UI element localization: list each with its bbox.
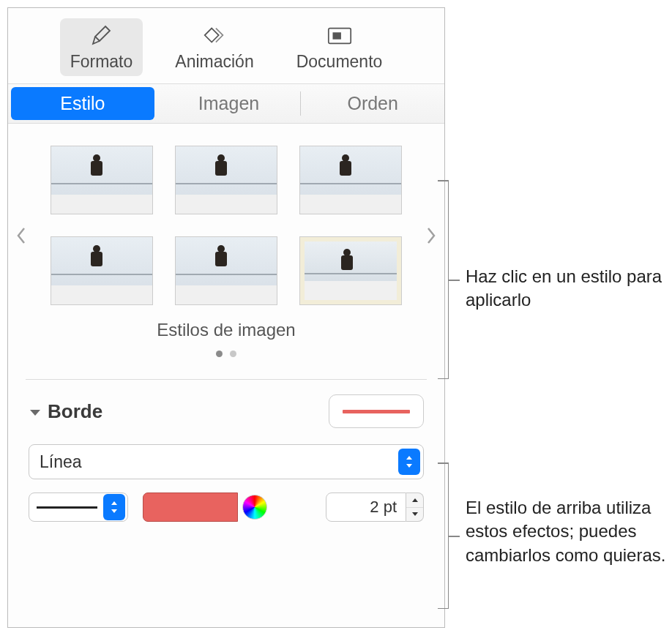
format-inspector-panel: Formato Animación Documento Estilo [7,7,445,628]
subtab-orden-label: Orden [347,93,397,114]
tab-documento-label: Documento [296,52,383,72]
line-style-select[interactable] [29,492,128,522]
paintbrush-icon [87,23,115,49]
image-styles-area: Estilos de imagen [8,124,444,379]
diamond-stack-icon [201,23,228,49]
stepper-down-button[interactable] [406,508,423,522]
style-thumb-6[interactable] [299,236,402,305]
subtab-estilo[interactable]: Estilo [11,87,154,120]
style-thumb-4[interactable] [51,236,153,305]
subtab-imagen-label: Imagen [198,93,259,114]
tab-formato[interactable]: Formato [60,18,143,76]
stepper-buttons [406,492,424,522]
line-style-preview [37,506,97,509]
subtab-imagen[interactable]: Imagen [157,84,301,123]
subtab-orden[interactable]: Orden [301,84,444,123]
border-controls-row: 2 pt [29,492,424,522]
tab-formato-label: Formato [70,52,133,72]
styles-pager [26,351,427,357]
popup-arrows-icon [103,494,125,520]
border-width-value: 2 pt [370,498,397,516]
border-section: Borde Línea [8,394,444,536]
style-thumb-5[interactable] [175,236,277,305]
callout-bracket-bottom [448,462,449,609]
tab-documento[interactable]: Documento [286,18,393,76]
callout-top: Haz clic en un estilo para aplicarlo [466,265,663,312]
image-styles-caption: Estilos de imagen [26,320,427,340]
border-width-stepper: 2 pt [326,492,424,522]
border-preview-line [343,410,410,413]
border-type-value: Línea [40,452,82,472]
border-disclosure-toggle[interactable]: Borde [29,400,102,423]
stepper-up-button[interactable] [406,493,423,508]
pager-dot-2[interactable] [230,351,236,357]
border-style-preview-button[interactable] [329,394,424,428]
border-width-input[interactable]: 2 pt [326,492,406,522]
format-sub-tabs: Estilo Imagen Orden [8,84,444,124]
style-thumb-3[interactable] [299,146,402,214]
style-thumb-2[interactable] [175,146,277,214]
chevron-down-icon [29,400,42,423]
border-color-swatch[interactable] [143,492,238,522]
inspector-tabs: Formato Animación Documento [8,8,444,84]
popup-arrows-icon [398,449,420,475]
subtab-estilo-label: Estilo [60,93,105,114]
svg-rect-1 [332,32,340,40]
border-type-select[interactable]: Línea [29,444,424,479]
slide-icon [326,23,354,49]
callout-bottom: El estilo de arriba utiliza estos efecto… [466,496,668,567]
image-styles-grid [26,146,427,305]
pager-dot-1[interactable] [216,351,223,357]
border-title-label: Borde [48,400,102,423]
border-section-header: Borde [29,394,424,428]
separator [26,379,427,380]
tab-animacion[interactable]: Animación [165,18,264,76]
style-thumb-1[interactable] [51,146,153,214]
color-wheel-icon[interactable] [242,495,267,520]
callout-bracket-top [448,180,449,379]
styles-next-chevron-icon[interactable] [425,226,437,250]
border-color-control [143,492,267,522]
styles-prev-chevron-icon[interactable] [15,226,27,250]
tab-animacion-label: Animación [175,52,253,72]
